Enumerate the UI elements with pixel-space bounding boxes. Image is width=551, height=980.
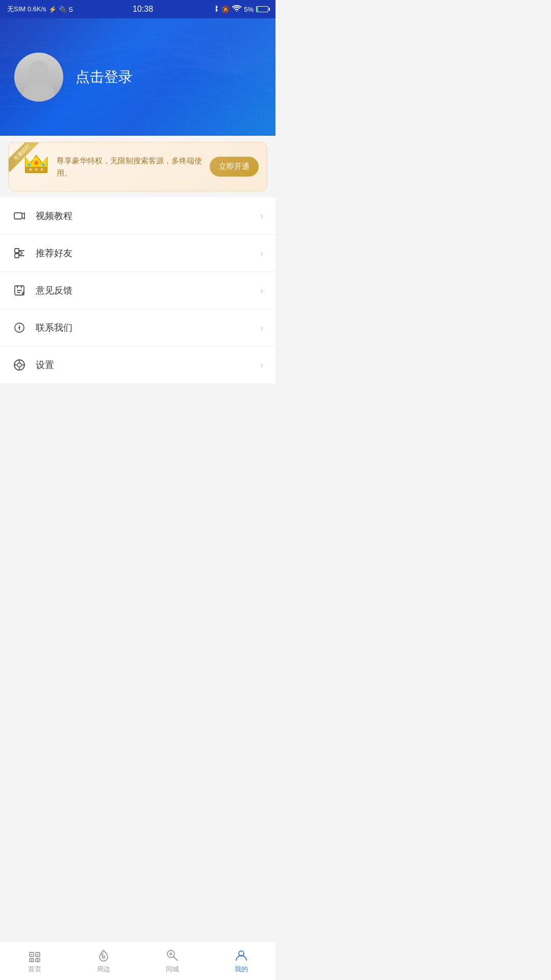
menu-item-recommend[interactable]: 推荐好友 › <box>0 235 276 272</box>
chevron-right-icon: › <box>260 211 263 222</box>
chevron-right-icon: › <box>260 248 263 259</box>
chevron-right-icon: › <box>260 285 263 296</box>
vip-description: 尊享豪华特权，无限制搜索客源，多终端使用。 <box>57 155 210 179</box>
activate-vip-button[interactable]: 立即开通 <box>210 157 259 177</box>
vip-banner[interactable]: 专属福利 尊享豪华特权，无限制搜 <box>8 142 267 191</box>
menu-label-video: 视频教程 <box>36 210 260 222</box>
bell-mute-icon: 🔕 <box>221 6 230 13</box>
wifi-icon <box>232 5 241 14</box>
svg-rect-13 <box>15 254 19 258</box>
feedback-icon <box>12 283 27 298</box>
battery-icon <box>256 6 268 12</box>
avatar-head <box>29 61 48 80</box>
battery-percent: 5% <box>244 6 254 13</box>
menu-section: 视频教程 › 推荐好友 › <box>0 198 276 383</box>
svg-rect-12 <box>15 249 19 253</box>
video-icon <box>12 209 27 223</box>
status-right: 🔕 5% <box>213 5 268 14</box>
avatar[interactable] <box>14 53 63 102</box>
menu-label-recommend: 推荐好友 <box>36 247 260 259</box>
settings-icon <box>12 358 27 372</box>
profile-banner[interactable]: 点击登录 <box>0 18 276 136</box>
chevron-right-icon: › <box>260 360 263 371</box>
svg-point-6 <box>42 163 45 166</box>
svg-rect-11 <box>14 213 22 219</box>
avatar-body <box>22 81 55 102</box>
menu-item-contact[interactable]: 联系我们 › <box>0 309 276 347</box>
chevron-right-icon: › <box>260 323 263 333</box>
usb-icon: ⚡ <box>48 6 57 13</box>
contact-icon <box>12 321 27 335</box>
svg-point-16 <box>19 327 20 328</box>
status-left: 无SIM 0.6K/s ⚡ 🔌 S <box>7 5 73 14</box>
menu-item-video[interactable]: 视频教程 › <box>0 198 276 235</box>
vip-badge: 专属福利 <box>9 142 41 172</box>
menu-label-feedback: 意见反馈 <box>36 284 260 297</box>
sim-signal: 无SIM 0.6K/s <box>7 5 46 14</box>
status-time: 10:38 <box>133 5 153 14</box>
menu-item-settings[interactable]: 设置 › <box>0 347 276 383</box>
bluetooth-icon <box>213 5 219 14</box>
share-icon <box>12 246 27 260</box>
vip-badge-wrap: 专属福利 <box>9 142 41 175</box>
menu-label-settings: 设置 <box>36 359 260 371</box>
status-bar: 无SIM 0.6K/s ⚡ 🔌 S 10:38 🔕 5% <box>0 0 276 18</box>
login-prompt[interactable]: 点击登录 <box>76 67 133 87</box>
menu-item-feedback[interactable]: 意见反馈 › <box>0 272 276 309</box>
avatar-figure <box>14 53 63 102</box>
menu-label-contact: 联系我们 <box>36 322 260 334</box>
sim-icons: 🔌 S <box>59 6 73 13</box>
